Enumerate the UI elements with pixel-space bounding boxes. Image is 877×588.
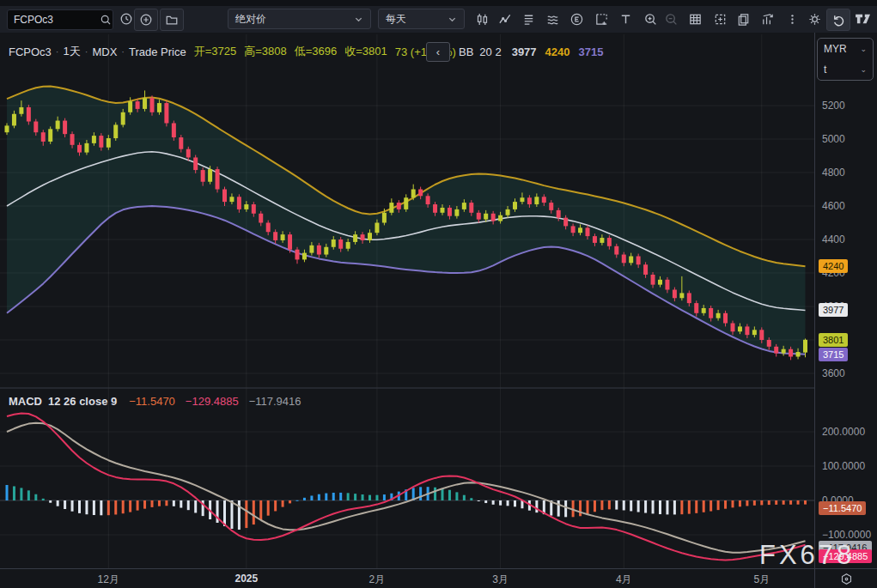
candle-body[interactable] — [288, 234, 292, 250]
candle-body[interactable] — [208, 169, 212, 182]
candle-body[interactable] — [193, 157, 198, 170]
snapshot-button[interactable] — [709, 9, 731, 29]
time-axis-label[interactable]: 12月 — [98, 573, 119, 587]
candle-body[interactable] — [462, 203, 466, 209]
candle-body[interactable] — [411, 190, 416, 198]
candle-body[interactable] — [252, 204, 256, 214]
candle-body[interactable] — [309, 246, 314, 253]
candle-body[interactable] — [172, 123, 176, 137]
candle-body[interactable] — [557, 210, 561, 218]
candle-body[interactable] — [484, 214, 488, 220]
settings-gear-icon[interactable] — [803, 9, 825, 29]
candle-body[interactable] — [404, 197, 408, 209]
candle-body[interactable] — [469, 203, 473, 213]
compare-add-button[interactable] — [134, 9, 158, 31]
candle-body[interactable] — [150, 98, 155, 112]
candle-body[interactable] — [796, 352, 801, 356]
candle-body[interactable] — [571, 226, 576, 233]
candle-body[interactable] — [563, 218, 568, 227]
candle-body[interactable] — [295, 250, 300, 260]
candle-body[interactable] — [99, 136, 103, 148]
candle-body[interactable] — [302, 253, 307, 260]
candle-body[interactable] — [266, 223, 271, 233]
unit-selector[interactable]: t ⌄ — [818, 59, 873, 80]
bollinger-bands[interactable] — [7, 87, 806, 355]
candle-body[interactable] — [121, 112, 125, 125]
candle-body[interactable] — [229, 197, 234, 202]
layout-templates-button[interactable] — [517, 9, 539, 29]
zoom-out-button[interactable] — [660, 9, 682, 29]
candle-body[interactable] — [70, 134, 75, 145]
candle-body[interactable] — [63, 121, 67, 135]
open-layout-folder-button[interactable] — [160, 9, 184, 31]
candle-body[interactable] — [222, 190, 227, 203]
candle-body[interactable] — [281, 234, 285, 240]
candle-body[interactable] — [353, 234, 357, 242]
symbol-search[interactable] — [7, 9, 113, 30]
time-axis-label[interactable]: 2025 — [234, 573, 258, 585]
time-axis-label[interactable]: 4月 — [616, 573, 632, 587]
candle-body[interactable] — [368, 233, 372, 240]
indicator-template-icon[interactable] — [590, 9, 612, 29]
axis-unit-selector[interactable]: MYR ⌄ t ⌄ — [817, 38, 874, 81]
candle-body[interactable] — [651, 275, 655, 285]
candle-body[interactable] — [332, 239, 336, 247]
candle-body[interactable] — [782, 349, 786, 354]
candle-body[interactable] — [113, 124, 118, 138]
candle-body[interactable] — [643, 264, 648, 275]
candle-body[interactable] — [629, 257, 633, 264]
candle-body[interactable] — [448, 208, 452, 216]
candle-body[interactable] — [477, 213, 481, 220]
chart-style-candles-button[interactable] — [471, 9, 493, 29]
candle-body[interactable] — [687, 293, 691, 303]
candle-body[interactable] — [237, 197, 241, 209]
zoom-in-button[interactable] — [639, 9, 661, 29]
candle-body[interactable] — [186, 149, 191, 158]
bb-indicator-legend[interactable]: ‹ BB 20 2 3977 4240 3715 — [426, 42, 603, 62]
candle-body[interactable] — [658, 280, 662, 285]
candle-body[interactable] — [12, 114, 16, 126]
candle-body[interactable] — [679, 293, 684, 298]
candle-body[interactable] — [586, 227, 590, 236]
candle-body[interactable] — [803, 340, 807, 353]
multi-series-waves-icon[interactable] — [541, 9, 563, 29]
candle-body[interactable] — [27, 107, 31, 122]
candle-body[interactable] — [317, 246, 321, 255]
candle-body[interactable] — [201, 170, 205, 182]
candle-body[interactable] — [600, 238, 604, 243]
candle-body[interactable] — [346, 242, 350, 249]
candle-body[interactable] — [84, 143, 88, 153]
candle-body[interactable] — [498, 215, 502, 221]
macd-signal-line[interactable] — [7, 423, 806, 553]
candle-body[interactable] — [33, 122, 38, 133]
candle-body[interactable] — [506, 209, 510, 215]
interval-dropdown[interactable]: 每天 — [378, 9, 465, 29]
time-axis[interactable]: 12月20252月3月4月5月 — [0, 568, 814, 588]
candle-body[interactable] — [441, 208, 445, 213]
candle-body[interactable] — [454, 209, 459, 216]
tradingview-logo[interactable] — [852, 9, 874, 29]
candle-body[interactable] — [738, 326, 742, 331]
candle-body[interactable] — [19, 107, 23, 114]
candle-body[interactable] — [259, 214, 263, 223]
candle-body[interactable] — [549, 203, 553, 210]
candle-body[interactable] — [636, 257, 641, 265]
candle-body[interactable] — [527, 197, 532, 204]
macd-main-line[interactable] — [7, 413, 806, 560]
candle-body[interactable] — [136, 101, 140, 109]
symbol-search-input[interactable] — [8, 13, 94, 27]
text-tool-button[interactable] — [614, 9, 636, 29]
candle-body[interactable] — [375, 223, 379, 233]
candle-body[interactable] — [273, 232, 277, 240]
candle-body[interactable] — [41, 132, 46, 142]
axis-settings-corner[interactable] — [814, 568, 877, 588]
candle-body[interactable] — [752, 330, 757, 335]
candle-body[interactable] — [164, 103, 168, 123]
data-table-button[interactable] — [684, 9, 706, 29]
candle-body[interactable] — [614, 246, 618, 255]
candle-body[interactable] — [324, 247, 328, 255]
duplicate-layout-icon[interactable] — [732, 9, 754, 29]
candle-body[interactable] — [48, 129, 52, 142]
candle-body[interactable] — [731, 324, 735, 332]
candle-body[interactable] — [244, 204, 248, 209]
